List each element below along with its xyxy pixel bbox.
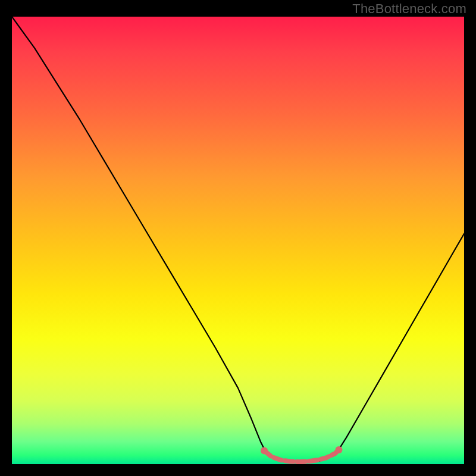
optimum-endpoint (261, 447, 268, 454)
optimum-markers (261, 446, 342, 462)
optimum-band (264, 450, 339, 462)
optimum-endpoint (335, 446, 342, 453)
watermark-label: TheBottleneck.com (352, 1, 466, 17)
marker-layer (12, 17, 464, 464)
plot-area (12, 17, 464, 464)
chart-frame: TheBottleneck.com (0, 0, 476, 476)
